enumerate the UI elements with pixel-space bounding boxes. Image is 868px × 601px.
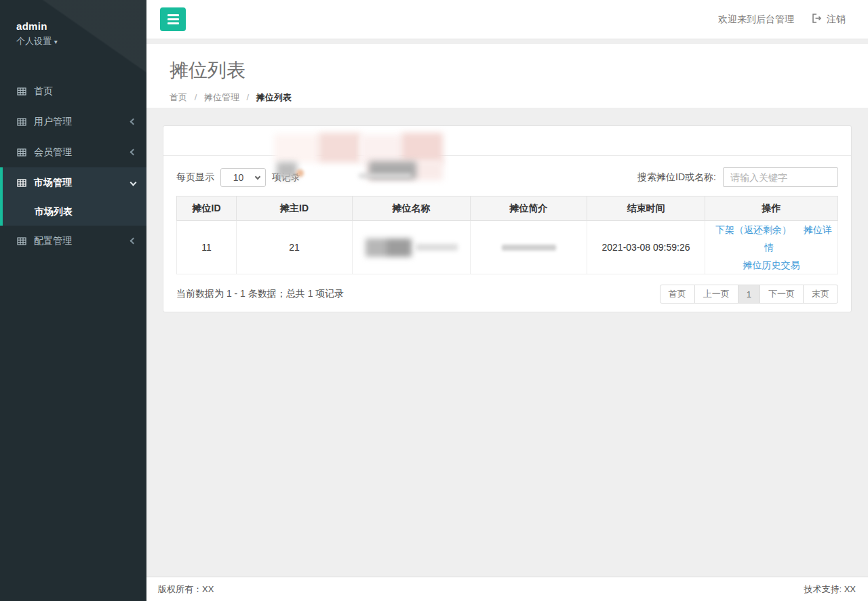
sidebar-item-label: 市场管理	[34, 177, 123, 189]
sidebar-subitem-label: 市场列表	[35, 206, 73, 218]
sidebar-item-label: 用户管理	[34, 116, 123, 128]
table-header-row: 摊位ID 摊主ID 摊位名称 摊位简介 结束时间 操作	[177, 196, 838, 221]
search-control: 搜索摊位ID或名称:	[637, 167, 838, 187]
page-last-button[interactable]: 末页	[803, 285, 838, 304]
page-prev-button[interactable]: 上一页	[694, 285, 738, 304]
topbar-right: 欢迎来到后台管理 注销	[718, 0, 846, 39]
chevron-left-icon	[130, 119, 137, 125]
sidebar-item-members[interactable]: 会员管理	[0, 137, 146, 167]
username: admin	[16, 20, 130, 32]
col-end-time: 结束时间	[587, 196, 705, 221]
grid-icon	[17, 117, 26, 127]
cell-end-time: 2021-03-08 09:59:26	[587, 221, 705, 274]
copyright-text: 版权所有：XX	[158, 583, 214, 596]
logout-link[interactable]: 注销	[812, 14, 846, 26]
grid-icon	[17, 236, 26, 246]
sidebar-item-market[interactable]: 市场管理	[0, 167, 146, 198]
chevron-left-icon	[130, 238, 137, 245]
panel-heading	[163, 126, 851, 156]
stall-list-panel: 每页显示 10 项记录 搜索摊位ID或名称:	[163, 125, 852, 312]
per-page-prefix: 每页显示	[176, 171, 214, 184]
breadcrumb-section[interactable]: 摊位管理	[204, 92, 239, 102]
col-stall-id: 摊位ID	[177, 196, 237, 221]
grid-icon	[17, 148, 26, 157]
sidebar-item-config[interactable]: 配置管理	[0, 226, 146, 256]
sidebar-item-home[interactable]: 首页	[0, 76, 146, 106]
page-header: 摊位列表 首页 / 摊位管理 / 摊位列表	[146, 44, 868, 108]
sidebar-user-panel: admin 个人设置 ▾	[0, 0, 146, 51]
chevron-down-icon	[130, 180, 137, 186]
panel-body: 每页显示 10 项记录 搜索摊位ID或名称:	[163, 156, 851, 304]
caret-down-icon: ▾	[54, 38, 58, 45]
user-settings-dropdown[interactable]: 个人设置 ▾	[16, 35, 130, 47]
page-first-button[interactable]: 首页	[660, 285, 695, 304]
page-next-button[interactable]: 下一页	[760, 285, 804, 304]
col-stall-name: 摊位名称	[353, 196, 471, 221]
per-page-select-wrap: 10	[220, 168, 266, 187]
sidebar-menu: 首页 用户管理 会员管理	[0, 76, 146, 256]
sidebar: admin 个人设置 ▾ 首页 用户管理	[0, 0, 146, 601]
topbar: 欢迎来到后台管理 注销	[146, 0, 868, 39]
sidebar-group-market: 市场管理 市场列表	[0, 167, 146, 226]
pagination: 首页 上一页 1 下一页 末页	[660, 285, 838, 304]
col-owner-id: 摊主ID	[237, 196, 353, 221]
cell-owner-id: 21	[237, 221, 353, 274]
page-current-button[interactable]: 1	[738, 285, 760, 304]
logout-icon	[812, 14, 822, 25]
search-label: 搜索摊位ID或名称:	[637, 171, 716, 184]
chevron-left-icon	[130, 149, 137, 156]
sidebar-item-market-list[interactable]: 市场列表	[0, 198, 146, 226]
per-page-select[interactable]: 10	[220, 168, 266, 187]
grid-icon	[17, 87, 26, 96]
breadcrumb-separator: /	[247, 92, 250, 102]
redacted-stall-intro	[502, 245, 556, 251]
sidebar-toggle-button[interactable]	[160, 7, 186, 31]
grid-icon	[17, 178, 26, 188]
logout-label: 注销	[827, 14, 846, 26]
breadcrumb-current: 摊位列表	[256, 92, 292, 102]
breadcrumb-separator: /	[195, 92, 197, 102]
records-summary: 当前数据为 1 - 1 条数据；总共 1 项记录	[176, 288, 344, 300]
breadcrumb: 首页 / 摊位管理 / 摊位列表	[170, 91, 868, 104]
sidebar-item-users[interactable]: 用户管理	[0, 106, 146, 137]
welcome-text: 欢迎来到后台管理	[718, 14, 794, 26]
breadcrumb-home[interactable]: 首页	[170, 92, 187, 102]
action-offline-link[interactable]: 下架（返还剩余）	[715, 224, 791, 235]
cell-stall-id: 11	[177, 221, 237, 274]
sidebar-item-label: 配置管理	[34, 235, 123, 247]
action-history-link[interactable]: 摊位历史交易	[743, 260, 800, 270]
col-actions: 操作	[705, 196, 838, 221]
stall-table: 摊位ID 摊主ID 摊位名称 摊位简介 结束时间 操作 11 21	[176, 196, 838, 274]
page-footer: 版权所有：XX 技术支持: XX	[146, 577, 868, 601]
per-page-suffix: 项记录	[272, 171, 300, 184]
support-text: 技术支持: XX	[804, 583, 856, 596]
table-footer: 当前数据为 1 - 1 条数据；总共 1 项记录 首页 上一页 1 下一页 末页	[176, 285, 838, 304]
redacted-stall-name	[353, 239, 470, 257]
page-title: 摊位列表	[170, 58, 868, 83]
sidebar-item-label: 首页	[34, 85, 136, 98]
sidebar-item-label: 会员管理	[34, 146, 123, 159]
col-stall-intro: 摊位简介	[471, 196, 587, 221]
cell-stall-name	[353, 221, 471, 274]
table-toolbar: 每页显示 10 项记录 搜索摊位ID或名称:	[176, 167, 838, 187]
per-page-control: 每页显示 10 项记录	[176, 168, 300, 187]
table-row: 11 21 2021-03-08 09:59:26 下	[177, 221, 838, 274]
user-settings-label: 个人设置	[16, 36, 52, 46]
cell-stall-intro	[471, 221, 587, 274]
search-input[interactable]	[723, 167, 838, 187]
cell-actions: 下架（返还剩余） 摊位详情 摊位历史交易	[705, 221, 838, 274]
